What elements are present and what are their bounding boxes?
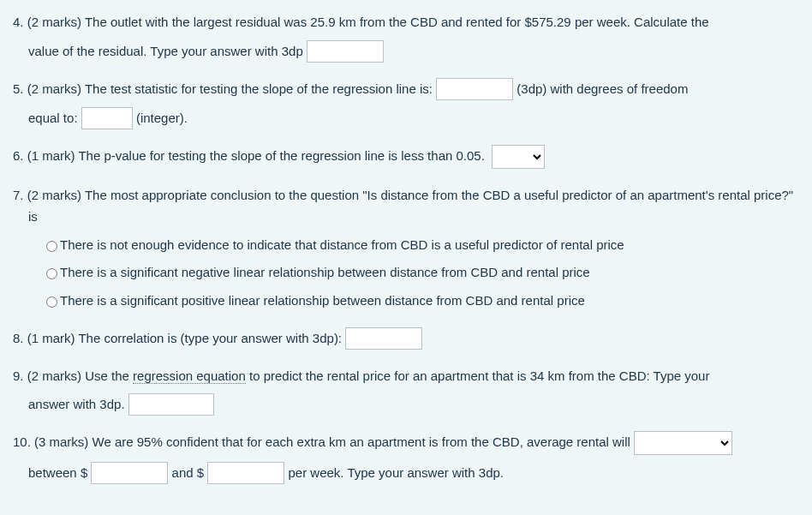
- q10-text-a: 10. (3 marks) We are 95% confident that …: [13, 434, 630, 449]
- q5-line2-wrap: equal to: (integer).: [13, 107, 799, 129]
- question-4: 4. (2 marks) The outlet with the largest…: [13, 11, 799, 63]
- question-7: 7. (2 marks) The most appropriate conclu…: [13, 184, 799, 312]
- q4-line2-wrap: value of the residual. Type your answer …: [13, 40, 799, 63]
- q10-upper-input[interactable]: [207, 462, 284, 484]
- q7-radio-2[interactable]: [46, 268, 57, 279]
- q7-radio-1[interactable]: [46, 241, 57, 252]
- q9-text-a: 9. (2 marks) Use the: [13, 368, 133, 383]
- q10-text-d: per week. Type your answer with 3dp.: [288, 465, 504, 480]
- question-6: 6. (1 mark) The p-value for testing the …: [13, 145, 799, 169]
- q5-text-d: (integer).: [136, 111, 188, 125]
- q8-correlation-input[interactable]: [345, 327, 422, 350]
- q5-line1-wrap: 5. (2 marks) The test statistic for test…: [13, 78, 799, 100]
- question-5: 5. (2 marks) The test statistic for test…: [13, 78, 799, 129]
- q7-option-1[interactable]: There is not enough evidence to indicate…: [42, 233, 799, 256]
- q7-text: 7. (2 marks) The most appropriate conclu…: [13, 184, 799, 228]
- q9-line1-wrap: 9. (2 marks) Use the regression equation…: [13, 365, 799, 387]
- q4-line2: value of the residual. Type your answer …: [28, 44, 303, 58]
- q5-text-a: 5. (2 marks) The test statistic for test…: [13, 81, 433, 96]
- q7-option-3[interactable]: There is a significant positive linear r…: [42, 289, 799, 312]
- q6-pvalue-select[interactable]: [492, 145, 545, 169]
- q7-opt2-label: There is a significant negative linear r…: [60, 266, 590, 280]
- question-9: 9. (2 marks) Use the regression equation…: [13, 365, 799, 416]
- q8-text: 8. (1 mark) The correlation is (type you…: [13, 331, 342, 345]
- q10-lower-input[interactable]: [91, 462, 168, 484]
- q7-opt1-label: There is not enough evidence to indicate…: [60, 237, 624, 252]
- q7-opt3-label: There is a significant positive linear r…: [60, 293, 585, 308]
- q9-text-b: to predict the rental price for an apart…: [246, 368, 710, 383]
- q7-option-2[interactable]: There is a significant negative linear r…: [42, 260, 799, 284]
- q9-text-c: answer with 3dp.: [28, 397, 125, 411]
- q6-text: 6. (1 mark) The p-value for testing the …: [13, 148, 485, 163]
- q10-text-b: between $: [28, 465, 87, 480]
- q5-text-c: equal to:: [28, 111, 78, 125]
- q10-direction-select[interactable]: [634, 431, 732, 455]
- q5-test-stat-input[interactable]: [436, 78, 513, 100]
- q6-wrap: 6. (1 mark) The p-value for testing the …: [13, 145, 799, 169]
- q9-line2-wrap: answer with 3dp.: [13, 393, 799, 416]
- question-8: 8. (1 mark) The correlation is (type you…: [13, 327, 799, 350]
- q9-underline: regression equation: [133, 368, 246, 384]
- q10-line2-wrap: between $ and $ per week. Type your answ…: [13, 462, 799, 484]
- q5-df-input[interactable]: [81, 107, 133, 129]
- q10-line1-wrap: 10. (3 marks) We are 95% confident that …: [13, 431, 799, 455]
- q7-radio-3[interactable]: [46, 296, 57, 308]
- q4-residual-input[interactable]: [307, 40, 384, 63]
- q8-wrap: 8. (1 mark) The correlation is (type you…: [13, 327, 799, 350]
- question-10: 10. (3 marks) We are 95% confident that …: [13, 431, 799, 484]
- q4-line1: 4. (2 marks) The outlet with the largest…: [13, 11, 799, 33]
- q9-predict-input[interactable]: [128, 393, 214, 416]
- q5-text-b: (3dp) with degrees of freedom: [516, 81, 688, 96]
- q7-options: There is not enough evidence to indicate…: [13, 233, 799, 312]
- q10-text-c: and $: [172, 465, 205, 480]
